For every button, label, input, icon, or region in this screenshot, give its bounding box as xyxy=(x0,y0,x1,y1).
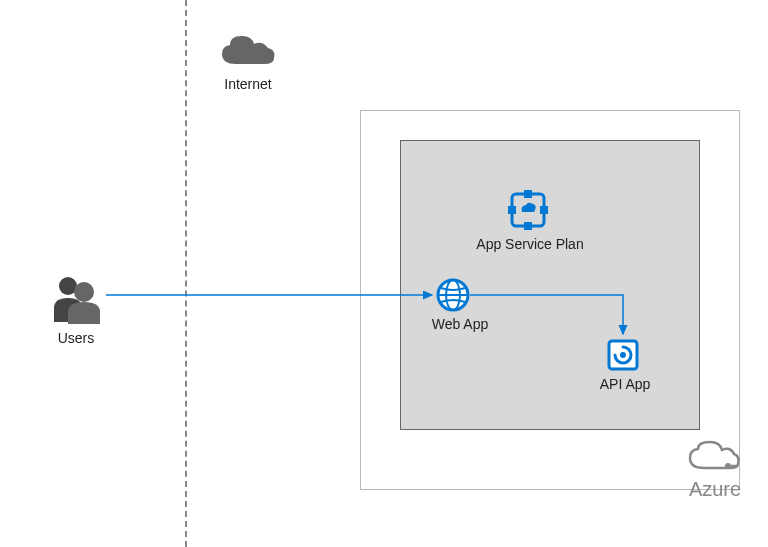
users-icon xyxy=(48,274,104,324)
svg-rect-6 xyxy=(524,222,532,230)
svg-rect-5 xyxy=(524,190,532,198)
users-label: Users xyxy=(48,330,104,346)
web-app-icon xyxy=(436,278,470,312)
svg-point-1 xyxy=(74,282,94,302)
architecture-diagram: Users Internet App Service Plan Web App … xyxy=(0,0,768,547)
azure-label: Azure xyxy=(685,478,745,501)
azure-cloud-icon xyxy=(688,440,740,476)
web-app-label: Web App xyxy=(420,316,500,332)
api-app-icon xyxy=(606,338,640,372)
svg-point-12 xyxy=(725,463,731,469)
boundary-divider xyxy=(185,0,187,547)
api-app-label: API App xyxy=(590,376,660,392)
app-service-plan-label: App Service Plan xyxy=(470,236,590,252)
svg-point-11 xyxy=(620,352,626,358)
svg-rect-4 xyxy=(540,206,548,214)
internet-label: Internet xyxy=(218,76,278,92)
internet-cloud-icon xyxy=(218,32,278,72)
app-service-plan-icon xyxy=(508,190,548,230)
svg-rect-3 xyxy=(508,206,516,214)
